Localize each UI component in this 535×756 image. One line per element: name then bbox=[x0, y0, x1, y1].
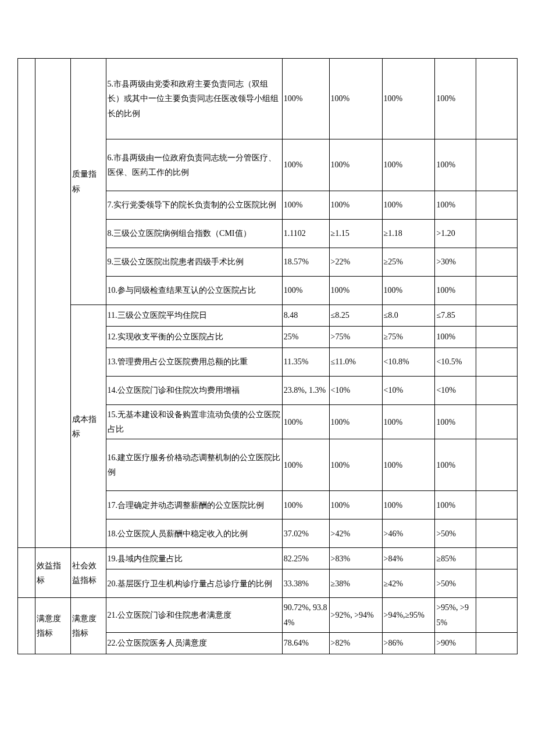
cell-blank-tail bbox=[476, 439, 518, 491]
cell-blank-lead bbox=[18, 598, 35, 654]
cell-value: 100% bbox=[329, 191, 382, 220]
cell-blank-tail bbox=[476, 305, 518, 327]
indicator-name: 21.公立医院门诊和住院患者满意度 bbox=[106, 598, 282, 632]
cell-value: >92%, >94% bbox=[329, 598, 382, 632]
cell-blank-tail bbox=[476, 248, 518, 277]
cell-value: <10.5% bbox=[435, 348, 476, 377]
cell-value: 33.38% bbox=[282, 569, 329, 598]
cell-value: 100% bbox=[329, 491, 382, 519]
cell-blank-tail bbox=[476, 139, 518, 191]
cell-value: 100% bbox=[382, 439, 435, 491]
cell-value: 100% bbox=[382, 191, 435, 220]
cell-value: <10% bbox=[329, 377, 382, 405]
cell-value: 100% bbox=[329, 277, 382, 305]
cell-blank-lead bbox=[18, 59, 35, 548]
cell-value: >75% bbox=[329, 327, 382, 348]
cell-value: 100% bbox=[282, 59, 329, 139]
cell-value: <10% bbox=[382, 377, 435, 405]
cell-blank-tail bbox=[476, 598, 518, 632]
indicator-table: 质量指标 5.市县两级由党委和政府主要负责同志（双组长）或其中一位主要负责同志任… bbox=[17, 58, 518, 654]
cell-value: 100% bbox=[329, 439, 382, 491]
indicator-name: 7.实行党委领导下的院长负责制的公立医院比例 bbox=[106, 191, 282, 220]
cell-value: ≥42% bbox=[382, 569, 435, 598]
cell-value: 18.57% bbox=[282, 248, 329, 277]
cell-value: 100% bbox=[435, 491, 476, 519]
cell-blank-tail bbox=[476, 569, 518, 598]
cell-value: 78.64% bbox=[282, 632, 329, 654]
cell-value: >42% bbox=[329, 519, 382, 548]
cell-value: 23.8%, 1.3% bbox=[282, 377, 329, 405]
indicator-name: 17.合理确定并动态调整薪酬的公立医院比例 bbox=[106, 491, 282, 519]
cell-value: >86% bbox=[382, 632, 435, 654]
cell-value: 90.72%, 93.84% bbox=[282, 598, 329, 632]
cell-value: >83% bbox=[329, 548, 382, 569]
cell-value: ≥1.18 bbox=[382, 220, 435, 248]
cell-blank-tail bbox=[476, 519, 518, 548]
group-satisfaction-l2: 满意度指标 bbox=[70, 598, 106, 654]
cell-value: <10.8% bbox=[382, 348, 435, 377]
cell-value: 100% bbox=[282, 405, 329, 439]
cell-value: >30% bbox=[435, 248, 476, 277]
cell-blank-tail bbox=[476, 632, 518, 654]
cell-value: ≤7.85 bbox=[435, 305, 476, 327]
indicator-name: 6.市县两级由一位政府负责同志统一分管医疗、医保、医药工作的比例 bbox=[106, 139, 282, 191]
cell-blank-tail bbox=[476, 405, 518, 439]
cell-value: 100% bbox=[282, 277, 329, 305]
indicator-name: 14.公立医院门诊和住院次均费用增福 bbox=[106, 377, 282, 405]
cell-value: >22% bbox=[329, 248, 382, 277]
cell-value: ≥85% bbox=[435, 548, 476, 569]
cell-value: >94%,≥95% bbox=[382, 598, 435, 632]
cell-value: 100% bbox=[382, 491, 435, 519]
cell-value: ≤8.0 bbox=[382, 305, 435, 327]
indicator-name: 12.实现收支平衡的公立医院占比 bbox=[106, 327, 282, 348]
cell-value: >1.20 bbox=[435, 220, 476, 248]
cell-value: >82% bbox=[329, 632, 382, 654]
cell-value: <10% bbox=[435, 377, 476, 405]
indicator-name: 20.基层医疗卫生机构诊疗量占总诊疗量的比例 bbox=[106, 569, 282, 598]
cell-value: 100% bbox=[435, 439, 476, 491]
cell-value: 11.35% bbox=[282, 348, 329, 377]
cell-value: ≤11.0% bbox=[329, 348, 382, 377]
cell-value: 100% bbox=[282, 191, 329, 220]
table-row: 满意度指标 满意度指标 21.公立医院门诊和住院患者满意度 90.72%, 93… bbox=[18, 598, 518, 632]
group-benefit-l2: 社会效益指标 bbox=[70, 548, 106, 598]
cell-value: 82.25% bbox=[282, 548, 329, 569]
cell-value: 100% bbox=[435, 191, 476, 220]
cell-value: 8.48 bbox=[282, 305, 329, 327]
cell-value: 100% bbox=[435, 59, 476, 139]
cell-value: 100% bbox=[282, 439, 329, 491]
indicator-name: 16.建立医疗服务价格动态调整机制的公立医院比例 bbox=[106, 439, 282, 491]
group-quality: 质量指标 bbox=[70, 59, 106, 305]
cell-value: 100% bbox=[282, 491, 329, 519]
cell-value: ≥75% bbox=[382, 327, 435, 348]
indicator-name: 18.公立医院人员薪酬中稳定收入的比例 bbox=[106, 519, 282, 548]
indicator-name: 11.三级公立医院平均住院日 bbox=[106, 305, 282, 327]
cell-blank-tail bbox=[476, 377, 518, 405]
cell-value: 25% bbox=[282, 327, 329, 348]
indicator-name: 19.县域内住院量占比 bbox=[106, 548, 282, 569]
cell-blank-tail bbox=[476, 59, 518, 139]
group-satisfaction-l1: 满意度指标 bbox=[35, 598, 71, 654]
cell-blank-tail bbox=[476, 548, 518, 569]
cell-value: 100% bbox=[382, 139, 435, 191]
cell-value: ≤8.25 bbox=[329, 305, 382, 327]
indicator-name: 13.管理费用占公立医院费用总额的比重 bbox=[106, 348, 282, 377]
cell-value: >95%, >95% bbox=[435, 598, 476, 632]
cell-blank-tail bbox=[476, 191, 518, 220]
indicator-name: 15.无基本建设和设备购置非流动负债的公立医院占比 bbox=[106, 405, 282, 439]
cell-value: 100% bbox=[435, 139, 476, 191]
cell-value: >50% bbox=[435, 519, 476, 548]
cell-value: 100% bbox=[329, 59, 382, 139]
cell-blank-tail bbox=[476, 220, 518, 248]
cell-value: ≥25% bbox=[382, 248, 435, 277]
cell-value: 100% bbox=[382, 277, 435, 305]
cell-blank-tail bbox=[476, 327, 518, 348]
cell-value: >46% bbox=[382, 519, 435, 548]
table-row: 成本指标 11.三级公立医院平均住院日 8.48 ≤8.25 ≤8.0 ≤7.8… bbox=[18, 305, 518, 327]
cell-value: 1.1102 bbox=[282, 220, 329, 248]
cell-blank-tail bbox=[476, 277, 518, 305]
table-row: 效益指标 社会效益指标 19.县域内住院量占比 82.25% >83% >84%… bbox=[18, 548, 518, 569]
cell-value: 100% bbox=[435, 327, 476, 348]
cell-blank-lead bbox=[18, 548, 35, 598]
cell-value: 100% bbox=[435, 405, 476, 439]
